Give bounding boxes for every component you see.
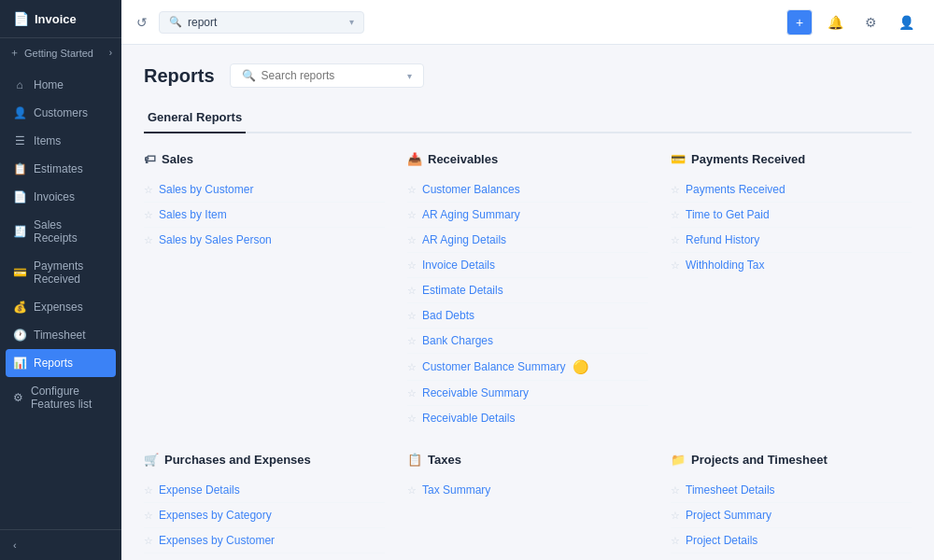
star-icon[interactable]: ☆	[407, 285, 417, 297]
sidebar-item-home[interactable]: ⌂Home	[0, 71, 121, 99]
sidebar-item-invoices[interactable]: 📄Invoices	[0, 183, 121, 211]
report-link[interactable]: Expense Details	[159, 483, 240, 497]
report-item[interactable]: ☆Bad Debts	[407, 303, 648, 329]
report-item[interactable]: ☆Receivable Summary	[407, 381, 648, 406]
star-icon[interactable]: ☆	[671, 234, 680, 246]
sidebar-item-estimates[interactable]: 📋Estimates	[0, 155, 121, 183]
report-item[interactable]: ☆Refund History	[671, 228, 912, 253]
report-item[interactable]: ☆Project Summary	[671, 503, 912, 528]
report-link[interactable]: Receivable Summary	[422, 386, 529, 399]
sidebar-item-expenses[interactable]: 💰Expenses	[0, 293, 121, 321]
report-item[interactable]: ☆Receivable Details	[407, 406, 648, 430]
report-item[interactable]: ☆AR Aging Details	[407, 228, 648, 253]
report-item[interactable]: ☆Tax Summary	[407, 478, 648, 502]
report-link[interactable]: Project Details	[686, 534, 757, 547]
star-icon[interactable]: ☆	[407, 361, 417, 373]
report-link[interactable]: Bad Debts	[422, 309, 474, 322]
report-item[interactable]: ☆Timesheet Details	[671, 478, 912, 503]
notifications-button[interactable]: 🔔	[822, 9, 848, 35]
star-icon[interactable]: ☆	[671, 510, 680, 522]
report-link[interactable]: Invoice Details	[422, 259, 495, 272]
add-button[interactable]: +	[786, 9, 813, 35]
report-link[interactable]: Expenses by Category	[159, 509, 272, 522]
report-link[interactable]: Receivable Details	[422, 412, 515, 425]
report-link[interactable]: Sales by Sales Person	[159, 233, 272, 246]
report-link[interactable]: Timesheet Details	[686, 483, 775, 497]
report-link[interactable]: Sales by Item	[159, 208, 227, 221]
user-button[interactable]: 👤	[893, 9, 919, 35]
sidebar-item-items[interactable]: ☰Items	[0, 127, 121, 155]
report-item[interactable]: ☆Sales by Customer	[144, 177, 385, 203]
star-icon[interactable]: ☆	[144, 184, 153, 196]
report-link[interactable]: Refund History	[686, 233, 759, 246]
sidebar-item-payments-received[interactable]: 💳Payments Received	[0, 252, 121, 293]
section-list-projects-timesheet: ☆Timesheet Details☆Project Summary☆Proje…	[671, 478, 912, 560]
sidebar-item-sales-receipts[interactable]: 🧾Sales Receipts	[0, 211, 121, 252]
star-icon[interactable]: ☆	[407, 413, 417, 425]
report-link[interactable]: Sales by Customer	[159, 183, 253, 196]
report-link[interactable]: Payments Received	[686, 183, 785, 196]
report-item[interactable]: ☆Sales by Sales Person	[144, 228, 385, 252]
report-item[interactable]: ☆Time to Get Paid	[671, 203, 912, 228]
report-item[interactable]: ☆Bank Charges	[407, 329, 648, 354]
report-item[interactable]: ☆Payments Received	[671, 177, 912, 203]
star-icon[interactable]: ☆	[407, 310, 417, 322]
report-item[interactable]: ☆Expenses by Category	[144, 503, 385, 528]
sidebar-item-timesheet[interactable]: 🕐Timesheet	[0, 321, 121, 349]
star-icon[interactable]: ☆	[407, 184, 417, 196]
report-item[interactable]: ☆Estimate Details	[407, 278, 648, 303]
sidebar-item-customers[interactable]: 👤Customers	[0, 99, 121, 127]
report-link[interactable]: Tax Summary	[422, 483, 490, 497]
star-icon[interactable]: ☆	[671, 484, 680, 497]
report-link[interactable]: Withholding Tax	[686, 259, 765, 272]
sidebar-item-reports[interactable]: 📊Reports	[6, 349, 116, 377]
report-item[interactable]: ☆Project Details	[671, 528, 912, 553]
report-link[interactable]: Customer Balances	[422, 183, 520, 196]
getting-started-item[interactable]: ＋ Getting Started ›	[0, 38, 121, 67]
search-reports-input[interactable]: 🔍 ▾	[230, 63, 424, 88]
star-icon[interactable]: ☆	[407, 234, 417, 246]
report-link[interactable]: Estimate Details	[422, 284, 503, 297]
report-item[interactable]: ☆AR Aging Summary	[407, 203, 648, 228]
report-item[interactable]: ☆Expenses by Project	[144, 553, 385, 560]
star-icon[interactable]: ☆	[144, 234, 153, 246]
refresh-icon[interactable]: ↺	[136, 15, 148, 30]
report-item[interactable]: ☆Invoice Details	[407, 253, 648, 278]
star-icon[interactable]: ☆	[407, 335, 417, 347]
topbar-search[interactable]: 🔍 ▾	[159, 11, 364, 34]
star-icon[interactable]: ☆	[144, 535, 153, 547]
star-icon[interactable]: ☆	[407, 259, 417, 272]
star-icon[interactable]: ☆	[144, 484, 153, 497]
report-item[interactable]: ☆Customer Balance Summary🟡	[407, 354, 648, 381]
star-icon[interactable]: ☆	[407, 209, 417, 221]
star-icon[interactable]: ☆	[407, 484, 417, 497]
report-item[interactable]: ☆Projects Revenue Summary	[671, 553, 912, 560]
star-icon[interactable]: ☆	[144, 510, 153, 522]
report-link[interactable]: Time to Get Paid	[686, 208, 770, 221]
report-link[interactable]: Bank Charges	[422, 334, 493, 347]
report-item[interactable]: ☆Expenses by Customer	[144, 528, 385, 553]
report-link[interactable]: Customer Balance Summary	[422, 360, 565, 373]
star-icon[interactable]: ☆	[144, 209, 153, 221]
nav-icon-timesheet: 🕐	[13, 329, 26, 342]
report-link[interactable]: Expenses by Customer	[159, 534, 275, 547]
report-link[interactable]: Project Summary	[686, 509, 771, 522]
collapse-button[interactable]: ‹	[13, 539, 108, 551]
star-icon[interactable]: ☆	[671, 209, 680, 221]
report-item[interactable]: ☆Customer Balances	[407, 177, 648, 203]
sidebar-footer[interactable]: ‹	[0, 529, 121, 560]
tab-general[interactable]: General Reports	[144, 103, 246, 133]
report-link[interactable]: AR Aging Details	[422, 233, 506, 246]
star-icon[interactable]: ☆	[671, 535, 680, 547]
star-icon[interactable]: ☆	[671, 184, 680, 196]
report-link[interactable]: AR Aging Summary	[422, 208, 520, 221]
sidebar-item-configure[interactable]: ⚙Configure Features list	[0, 377, 121, 418]
star-icon[interactable]: ☆	[407, 387, 417, 399]
report-item[interactable]: ☆Expense Details	[144, 478, 385, 503]
report-item[interactable]: ☆Withholding Tax	[671, 253, 912, 277]
search-reports-field[interactable]	[262, 69, 402, 82]
report-item[interactable]: ☆Sales by Item	[144, 203, 385, 228]
search-input[interactable]	[188, 16, 344, 29]
star-icon[interactable]: ☆	[671, 259, 680, 272]
settings-button[interactable]: ⚙	[857, 9, 884, 35]
